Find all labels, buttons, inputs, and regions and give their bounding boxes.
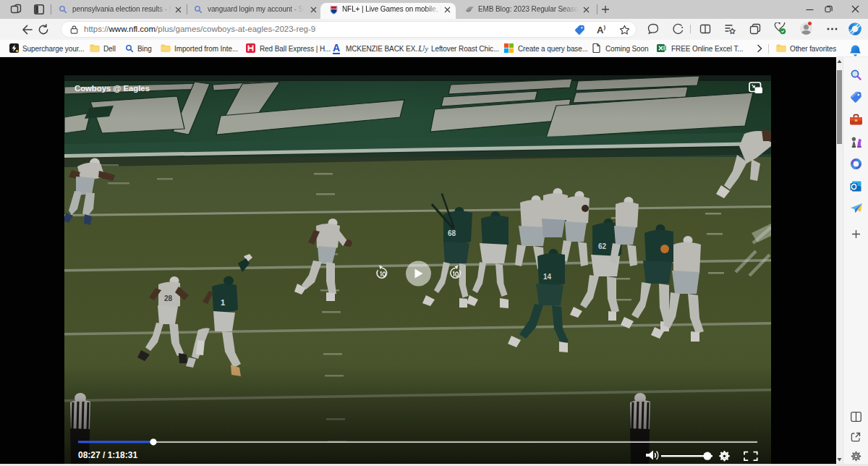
svg-text:Cowboys @ Eagles: Cowboys @ Eagles (75, 84, 150, 93)
svg-text:08:27 / 1:18:31: 08:27 / 1:18:31 (78, 450, 137, 460)
